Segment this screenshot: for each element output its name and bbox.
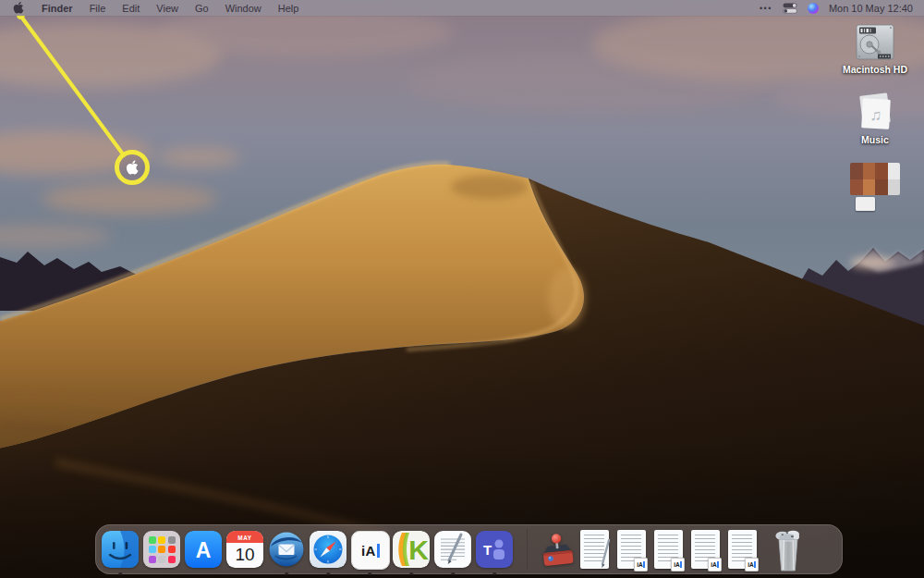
apple-logo-icon bbox=[13, 1, 24, 15]
launchpad-icon bbox=[143, 531, 180, 568]
svg-text:10: 10 bbox=[235, 545, 254, 564]
svg-text:K: K bbox=[408, 535, 429, 565]
siri-icon[interactable] bbox=[808, 3, 819, 14]
redacted-icon-fragment bbox=[856, 197, 875, 211]
app-store-icon: A bbox=[185, 531, 222, 568]
svg-text:A: A bbox=[196, 538, 212, 562]
teams-people-glyph bbox=[492, 539, 505, 560]
menu-bar-status-area: ••• Mon 10 May 12:40 bbox=[760, 3, 920, 14]
dock-item-ia-document[interactable]: iA bbox=[726, 528, 759, 571]
dock-app-launchpad[interactable] bbox=[143, 531, 180, 568]
dock-item-text-document[interactable] bbox=[578, 528, 611, 571]
dock-app-calendar[interactable]: MAY 10 bbox=[226, 531, 263, 568]
running-indicator-dot bbox=[326, 572, 330, 576]
desktop-icon-label: Macintosh HD bbox=[843, 64, 907, 75]
dock-app-safari[interactable] bbox=[310, 531, 346, 568]
dock-item-ia-document[interactable]: iA bbox=[689, 528, 722, 571]
dock: A MAY 10 bbox=[95, 524, 843, 574]
dock-separator bbox=[527, 529, 528, 570]
desktop-icon-label: Music bbox=[861, 134, 889, 145]
dock-app-teams[interactable]: T bbox=[476, 531, 513, 568]
desktop-icon-macintosh-hd[interactable]: Macintosh HD bbox=[843, 23, 907, 75]
pen-glyph bbox=[599, 538, 612, 570]
toggles-status-icon[interactable] bbox=[783, 3, 797, 14]
svg-text:♫: ♫ bbox=[869, 106, 882, 125]
dock-app-finder[interactable] bbox=[102, 531, 139, 568]
running-indicator-dot bbox=[118, 572, 122, 576]
ia-writer-badge: iA bbox=[634, 558, 648, 572]
menu-item-finder[interactable]: Finder bbox=[33, 0, 81, 16]
menu-item-help[interactable]: Help bbox=[270, 0, 308, 16]
running-indicator-dot bbox=[368, 572, 371, 576]
finder-icon bbox=[102, 531, 139, 568]
menu-bar-clock[interactable]: Mon 10 May 12:40 bbox=[829, 3, 913, 14]
dock-item-game-app[interactable] bbox=[541, 528, 574, 571]
running-indicator-dot bbox=[285, 572, 288, 576]
dock-app-ia-writer[interactable]: iA bbox=[351, 531, 388, 568]
running-indicator-dot bbox=[492, 572, 496, 576]
menu-item-edit[interactable]: Edit bbox=[114, 0, 148, 16]
trash-full-icon bbox=[770, 527, 807, 572]
menu-item-view[interactable]: View bbox=[148, 0, 187, 16]
textedit-icon bbox=[434, 531, 471, 568]
apple-menu-button[interactable] bbox=[4, 0, 33, 16]
svg-text:MAY: MAY bbox=[237, 535, 252, 541]
menu-bar: Finder File Edit View Go Window Help •••… bbox=[0, 0, 924, 16]
menu-item-window[interactable]: Window bbox=[217, 0, 270, 16]
menu-extras-overflow-icon[interactable]: ••• bbox=[760, 4, 772, 13]
document-page bbox=[580, 530, 609, 569]
dock-trash[interactable] bbox=[770, 527, 807, 572]
running-indicator-dot bbox=[451, 572, 455, 576]
document-page: iA bbox=[728, 530, 757, 569]
macos-desktop: Macintosh HD ♫ Music bbox=[0, 0, 924, 578]
ia-writer-icon: iA bbox=[351, 531, 390, 570]
thunderbird-icon bbox=[268, 531, 305, 568]
ia-writer-badge: iA bbox=[708, 558, 722, 572]
dock-item-ia-document[interactable]: iA bbox=[615, 528, 648, 571]
wallpaper-mojave-dunes bbox=[0, 0, 924, 578]
dock-app-appstore[interactable]: A bbox=[185, 531, 222, 568]
hard-drive-icon bbox=[854, 23, 896, 62]
menu-item-file[interactable]: File bbox=[81, 0, 115, 16]
teams-icon: T bbox=[476, 531, 513, 568]
calendar-icon: MAY 10 bbox=[226, 531, 263, 568]
document-page: iA bbox=[617, 530, 646, 569]
ia-writer-badge: iA bbox=[745, 558, 759, 572]
ia-writer-badge: iA bbox=[671, 558, 685, 572]
joystick-icon bbox=[541, 529, 574, 570]
running-indicator-dot bbox=[409, 572, 413, 576]
dock-app-kdenlive[interactable]: K bbox=[393, 531, 430, 568]
desktop-icon-column: Macintosh HD ♫ Music bbox=[831, 23, 919, 213]
dock-item-ia-document[interactable]: iA bbox=[652, 528, 685, 571]
desktop-icon-redacted[interactable] bbox=[850, 163, 900, 213]
kdenlive-icon: K bbox=[393, 531, 430, 568]
document-page: iA bbox=[691, 530, 720, 569]
menu-item-go[interactable]: Go bbox=[187, 0, 217, 16]
redacted-icon bbox=[850, 163, 900, 195]
dock-app-thunderbird[interactable] bbox=[268, 531, 305, 568]
music-documents-icon: ♫ bbox=[855, 92, 895, 132]
dock-app-textedit[interactable] bbox=[434, 531, 471, 568]
document-page: iA bbox=[654, 530, 683, 569]
desktop-icon-music[interactable]: ♫ Music bbox=[855, 92, 895, 145]
safari-icon bbox=[310, 531, 346, 568]
